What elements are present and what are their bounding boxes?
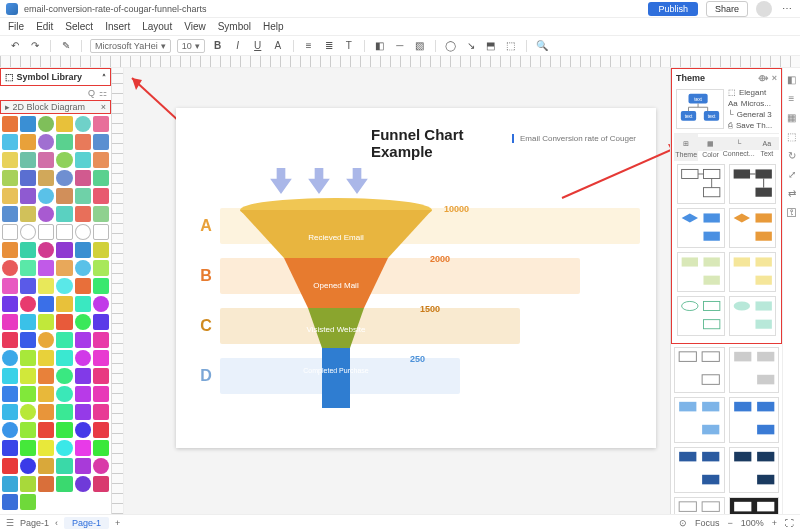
- menu-insert[interactable]: Insert: [105, 21, 130, 32]
- shape-swatch[interactable]: [93, 440, 109, 456]
- shape-swatch[interactable]: [2, 440, 18, 456]
- shape-swatch[interactable]: [20, 476, 36, 492]
- text-icon[interactable]: T: [342, 39, 356, 53]
- shape-swatch[interactable]: [93, 386, 109, 402]
- prev-page-icon[interactable]: ‹: [55, 518, 58, 528]
- shape-swatch[interactable]: [75, 350, 91, 366]
- shape-swatch[interactable]: [75, 224, 91, 240]
- undo-icon[interactable]: ↶: [8, 39, 22, 53]
- fullscreen-icon[interactable]: ⛶: [785, 518, 794, 528]
- share-button[interactable]: Share: [706, 1, 748, 17]
- shape-swatch[interactable]: [38, 314, 54, 330]
- shape-swatch[interactable]: [93, 242, 109, 258]
- shape-swatch[interactable]: [38, 350, 54, 366]
- shape-swatch[interactable]: [38, 440, 54, 456]
- theme-swatch[interactable]: [729, 252, 777, 292]
- close-icon[interactable]: ×: [101, 102, 106, 112]
- shape-swatch[interactable]: [93, 278, 109, 294]
- rail-style-icon[interactable]: ◧: [787, 74, 796, 85]
- theme-swatch[interactable]: [729, 208, 777, 248]
- shape-swatch[interactable]: [38, 296, 54, 312]
- shape-swatch[interactable]: [56, 314, 72, 330]
- shape-swatch[interactable]: [93, 368, 109, 384]
- shape-swatch[interactable]: [20, 368, 36, 384]
- shape-swatch[interactable]: [2, 296, 18, 312]
- publish-button[interactable]: Publish: [648, 2, 698, 16]
- shape-swatch[interactable]: [20, 422, 36, 438]
- shape-swatch[interactable]: [2, 314, 18, 330]
- theme-preview[interactable]: texttexttext: [676, 89, 724, 129]
- tab-theme[interactable]: ⊞Theme: [674, 134, 698, 161]
- shape-swatch[interactable]: [93, 476, 109, 492]
- shape-swatch[interactable]: [56, 242, 72, 258]
- symbol-library-header[interactable]: ⬚ Symbol Library˄: [0, 68, 111, 86]
- shape-swatch[interactable]: [75, 332, 91, 348]
- shape-swatch[interactable]: [75, 368, 91, 384]
- shape-swatch[interactable]: [20, 188, 36, 204]
- shape-swatch[interactable]: [93, 116, 109, 132]
- shape-swatch[interactable]: [75, 422, 91, 438]
- font-color-icon[interactable]: A: [271, 39, 285, 53]
- shape-swatch[interactable]: [75, 440, 91, 456]
- menu-file[interactable]: File: [8, 21, 24, 32]
- shape-swatch[interactable]: [75, 404, 91, 420]
- shape-swatch[interactable]: [20, 404, 36, 420]
- shape-swatch[interactable]: [75, 314, 91, 330]
- shape-swatch[interactable]: [93, 314, 109, 330]
- brush-icon[interactable]: ✎: [59, 39, 73, 53]
- shape-swatch[interactable]: [2, 170, 18, 186]
- rail-history-icon[interactable]: ↻: [788, 150, 796, 161]
- rail-list-icon[interactable]: ≡: [789, 93, 795, 104]
- rail-layers-icon[interactable]: ⬚: [787, 131, 796, 142]
- shape-swatch[interactable]: [2, 494, 18, 510]
- theme-swatch[interactable]: [677, 252, 725, 292]
- shape-swatch[interactable]: [38, 170, 54, 186]
- shape-swatch[interactable]: [93, 296, 109, 312]
- shape-swatch[interactable]: [93, 206, 109, 222]
- shape-swatch[interactable]: [56, 350, 72, 366]
- shape-swatch[interactable]: [2, 152, 18, 168]
- shadow-icon[interactable]: ▧: [413, 39, 427, 53]
- shape-swatch[interactable]: [93, 422, 109, 438]
- theme-swatch[interactable]: [729, 296, 777, 336]
- shape-swatch[interactable]: [2, 278, 18, 294]
- shape-swatch[interactable]: [38, 332, 54, 348]
- shape-swatch[interactable]: [56, 476, 72, 492]
- shape-swatch[interactable]: [20, 386, 36, 402]
- shape-swatch[interactable]: [20, 314, 36, 330]
- shape-swatch[interactable]: [38, 206, 54, 222]
- shape-swatch[interactable]: [75, 458, 91, 474]
- shape-swatch[interactable]: [56, 188, 72, 204]
- search-icon[interactable]: 🔍: [535, 39, 549, 53]
- shape-swatch[interactable]: [75, 476, 91, 492]
- theme-swatch[interactable]: [729, 497, 780, 514]
- filter-icon[interactable]: ⚏: [99, 88, 107, 98]
- shape-swatch[interactable]: [2, 260, 18, 276]
- underline-icon[interactable]: U: [251, 39, 265, 53]
- zoom-out-icon[interactable]: −: [727, 518, 732, 528]
- shape-swatch[interactable]: [93, 188, 109, 204]
- shape-swatch[interactable]: [2, 386, 18, 402]
- zoom-in-icon[interactable]: +: [772, 518, 777, 528]
- shape-swatch[interactable]: [38, 116, 54, 132]
- shape-swatch[interactable]: [75, 260, 91, 276]
- theme-opt-micros[interactable]: AaMicros...: [728, 99, 779, 108]
- theme-swatch[interactable]: [729, 397, 780, 443]
- shape-swatch[interactable]: [2, 188, 18, 204]
- shape-swatch[interactable]: [20, 350, 36, 366]
- pin-icon[interactable]: ⟴: [758, 73, 768, 83]
- connector-icon[interactable]: ↘: [464, 39, 478, 53]
- shape-swatch[interactable]: [56, 296, 72, 312]
- shape-swatch[interactable]: [20, 440, 36, 456]
- shape-swatch[interactable]: [75, 134, 91, 150]
- shape-swatch[interactable]: [75, 242, 91, 258]
- shape-swatch[interactable]: [56, 260, 72, 276]
- rail-link-icon[interactable]: ⇄: [788, 188, 796, 199]
- theme-opt-save[interactable]: ⎙Save Th...: [728, 121, 779, 130]
- rail-grid-icon[interactable]: ▦: [787, 112, 796, 123]
- category-header[interactable]: ▸ 2D Block Diagram×: [0, 100, 111, 114]
- shape-swatch[interactable]: [2, 134, 18, 150]
- theme-swatch[interactable]: [729, 164, 777, 204]
- shape-swatch[interactable]: [56, 224, 72, 240]
- shape-swatch[interactable]: [2, 368, 18, 384]
